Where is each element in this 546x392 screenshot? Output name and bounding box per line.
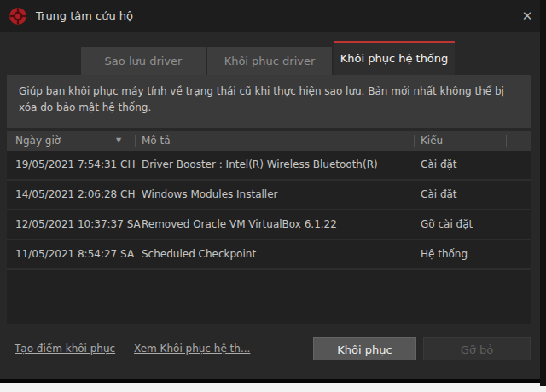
row-type: Gỡ cài đặt [421, 218, 473, 230]
rescue-center-icon [9, 7, 27, 26]
row-datetime: 12/05/2021 10:37:37 SA [15, 218, 141, 230]
desktop-background-strip [540, 0, 546, 386]
row-description: Removed Oracle VM VirtualBox 6.1.22 [142, 218, 337, 230]
sort-desc-icon[interactable]: ▼ [116, 136, 121, 144]
table-row[interactable]: 19/05/2021 7:54:31 CH Driver Booster : I… [7, 151, 531, 181]
remove-button[interactable]: Gỡ bỏ [423, 337, 531, 360]
row-description: Scheduled Checkpoint [142, 248, 256, 260]
restore-button[interactable]: Khôi phục [313, 337, 416, 360]
view-system-restore-link[interactable]: Xem Khôi phục hệ th... [134, 343, 250, 355]
table-header: Ngày giờ ▼ Mô tả Kiểu [7, 131, 531, 151]
rescue-center-window: Trung tâm cứu hộ ✕ Sao lưu driver Khôi p… [0, 0, 540, 383]
column-divider [135, 135, 136, 147]
create-restore-point-link[interactable]: Tạo điểm khôi phục [15, 343, 115, 355]
column-header-description[interactable]: Mô tả [142, 135, 171, 147]
column-divider [506, 135, 507, 147]
row-type: Hệ thống [421, 248, 468, 260]
row-datetime: 11/05/2021 8:54:27 SA [15, 248, 134, 260]
window-title: Trung tâm cứu hộ [36, 9, 133, 22]
tab-description-text: Giúp bạn khôi phục máy tính về trạng thá… [7, 75, 531, 128]
table-row[interactable]: 14/05/2021 2:06:28 CH Windows Modules In… [7, 181, 531, 210]
close-icon[interactable]: ✕ [517, 7, 537, 26]
column-header-datetime[interactable]: Ngày giờ [15, 135, 61, 147]
row-datetime: 14/05/2021 2:06:28 CH [15, 188, 135, 200]
column-header-type[interactable]: Kiểu [421, 135, 443, 147]
table-row[interactable]: 12/05/2021 10:37:37 SA Removed Oracle VM… [7, 210, 531, 240]
row-datetime: 19/05/2021 7:54:31 CH [15, 159, 135, 170]
tab-khoi-phuc-he-thong[interactable]: Khôi phục hệ thống [334, 41, 455, 75]
tab-khoi-phuc-driver[interactable]: Khôi phục driver [207, 47, 332, 75]
column-divider [414, 135, 415, 147]
tab-sao-luu-driver[interactable]: Sao lưu driver [81, 47, 206, 75]
row-type: Cài đặt [421, 188, 457, 200]
table-row[interactable]: 11/05/2021 8:54:27 SA Scheduled Checkpoi… [7, 240, 531, 270]
restore-points-table: 19/05/2021 7:54:31 CH Driver Booster : I… [7, 151, 531, 324]
row-description: Driver Booster : Intel(R) Wireless Bluet… [142, 159, 378, 170]
row-type: Cài đặt [421, 159, 457, 170]
titlebar: Trung tâm cứu hộ ✕ [0, 0, 540, 32]
row-description: Windows Modules Installer [142, 188, 278, 200]
